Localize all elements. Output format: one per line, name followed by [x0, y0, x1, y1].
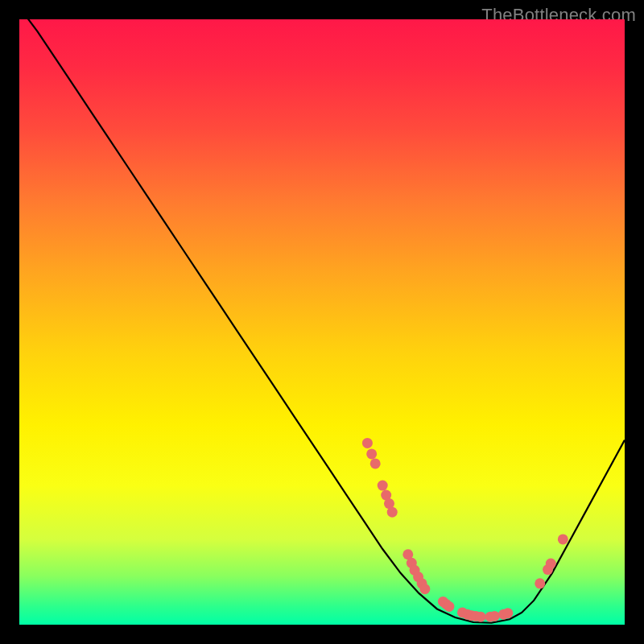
chart-stage: TheBottleneck.com: [0, 0, 644, 644]
data-point: [535, 578, 545, 588]
data-point: [489, 611, 500, 621]
bottleneck-curve: [19, 19, 625, 625]
data-point: [546, 559, 556, 569]
data-point: [366, 448, 377, 459]
data-point: [502, 608, 513, 618]
data-point: [362, 438, 373, 448]
data-point: [370, 458, 381, 469]
data-point: [378, 481, 388, 491]
data-point: [444, 601, 454, 612]
data-point: [419, 584, 430, 594]
plot-area: [19, 19, 625, 625]
data-point: [476, 612, 486, 622]
data-point: [558, 534, 568, 544]
data-point: [387, 507, 398, 518]
curve-path: [19, 19, 625, 623]
